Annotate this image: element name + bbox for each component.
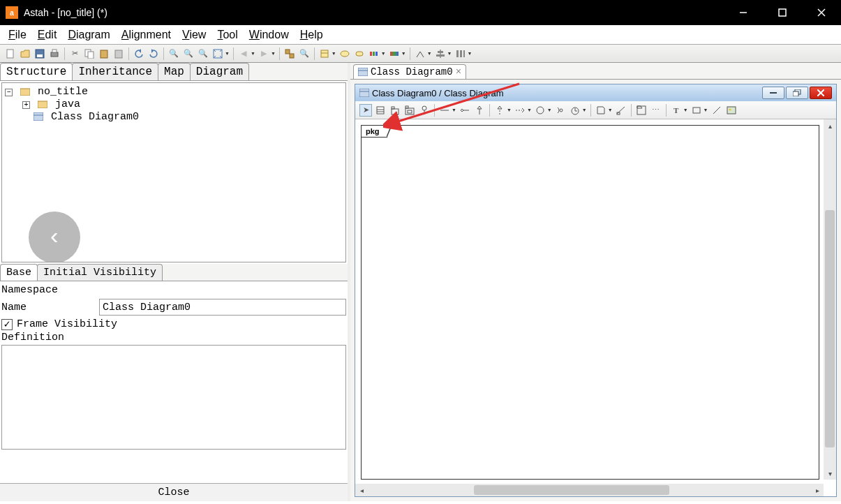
interface-tool-icon[interactable] — [418, 104, 431, 117]
tree-item[interactable]: + java — [5, 98, 343, 111]
half-circle-icon[interactable] — [554, 104, 567, 117]
scroll-down-icon[interactable]: ▾ — [824, 467, 836, 480]
menu-alignment[interactable]: Alignment — [116, 27, 177, 43]
tree-root[interactable]: − no_title — [5, 86, 343, 98]
distribute-icon[interactable] — [454, 47, 467, 60]
scroll-right-icon[interactable]: ▸ — [811, 484, 824, 496]
open-file-icon[interactable] — [19, 47, 31, 60]
copy-icon[interactable] — [83, 47, 96, 60]
connector-icon[interactable] — [414, 47, 426, 60]
package-tool-icon[interactable] — [389, 104, 401, 117]
doc-tab[interactable]: Class Diagram0 × — [353, 64, 466, 79]
association-tool-icon[interactable] — [438, 104, 451, 117]
print-icon[interactable] — [48, 47, 61, 60]
menu-help[interactable]: Help — [295, 27, 329, 43]
dropdown-icon[interactable]: ▼ — [547, 108, 552, 112]
save-icon[interactable] — [34, 47, 46, 60]
note-tool-icon[interactable] — [595, 104, 607, 117]
frame-visibility-checkbox[interactable]: ✓ — [1, 319, 13, 330]
gradient-icon[interactable] — [388, 47, 401, 60]
timer-icon[interactable] — [569, 104, 581, 117]
dots-icon[interactable]: ⋯ — [650, 104, 662, 117]
dropdown-icon[interactable]: ▼ — [401, 51, 406, 56]
new-state-icon[interactable] — [353, 47, 366, 60]
maximize-button[interactable] — [763, 0, 802, 25]
zoom-out-icon[interactable]: 🔍 — [197, 47, 209, 60]
dropdown-icon[interactable]: ▼ — [582, 108, 587, 112]
horizontal-scrollbar[interactable]: ◂ ▸ — [355, 484, 824, 496]
definition-textarea[interactable] — [1, 345, 346, 450]
undo-icon[interactable] — [133, 47, 145, 60]
nav-fwd-icon[interactable]: ▶ — [258, 47, 270, 60]
scroll-thumb[interactable] — [474, 485, 669, 495]
scroll-thumb[interactable] — [825, 210, 835, 447]
anchor-tool-icon[interactable] — [615, 104, 627, 117]
nav-back-overlay[interactable]: ‹ — [29, 212, 80, 262]
tab-initial-visibility[interactable]: Initial Visibility — [37, 264, 163, 281]
new-usecase-icon[interactable] — [338, 47, 351, 60]
nested-package-icon[interactable] — [403, 104, 416, 117]
subwin-close-button[interactable] — [810, 87, 832, 99]
menu-file[interactable]: File — [3, 27, 32, 43]
diagram-canvas[interactable]: pkg — [361, 125, 819, 480]
menu-tool[interactable]: Tool — [211, 27, 243, 43]
dropdown-icon[interactable]: ▼ — [704, 108, 708, 112]
pointer-tool-icon[interactable]: ➤ — [359, 104, 372, 117]
scroll-up-icon[interactable]: ▴ — [824, 119, 836, 132]
line-tool-icon[interactable] — [710, 104, 723, 117]
fit-icon[interactable] — [211, 47, 224, 60]
dropdown-icon[interactable]: ▼ — [381, 51, 386, 56]
tab-structure[interactable]: Structure — [0, 63, 73, 80]
new-class-diagram-icon[interactable] — [318, 47, 331, 60]
dropdown-icon[interactable]: ▼ — [527, 108, 532, 112]
realization-tool-icon[interactable] — [493, 104, 506, 117]
circle-tool-icon[interactable] — [534, 104, 546, 117]
menu-diagram[interactable]: Diagram — [62, 27, 115, 43]
dropdown-icon[interactable]: ▼ — [683, 108, 688, 112]
generalization-tool-icon[interactable] — [473, 104, 486, 117]
close-panel-button[interactable]: Close — [0, 483, 348, 501]
paste-icon[interactable] — [98, 47, 110, 60]
tab-base[interactable]: Base — [0, 264, 38, 281]
align-icon[interactable] — [434, 47, 447, 60]
close-button[interactable] — [802, 0, 841, 25]
paste-special-icon[interactable] — [112, 47, 125, 60]
menu-view[interactable]: View — [177, 27, 211, 43]
text-tool-icon[interactable]: T — [670, 104, 683, 117]
expand-icon[interactable]: + — [22, 101, 30, 109]
tab-inheritance[interactable]: Inheritance — [72, 63, 158, 80]
diagram-nav-icon[interactable] — [283, 47, 296, 60]
menu-window[interactable]: Window — [244, 27, 295, 43]
name-input[interactable] — [99, 299, 346, 316]
dropdown-icon[interactable]: ▼ — [608, 108, 613, 112]
tree-item[interactable]: Class Diagram0 — [5, 111, 343, 124]
dropdown-icon[interactable]: ▼ — [271, 51, 276, 56]
frame-tool-icon[interactable] — [635, 104, 648, 117]
tab-map[interactable]: Map — [158, 63, 191, 80]
dropdown-icon[interactable]: ▼ — [427, 51, 432, 56]
minimize-button[interactable] — [724, 0, 763, 25]
menu-edit[interactable]: Edit — [32, 27, 63, 43]
dropdown-icon[interactable]: ▼ — [507, 108, 512, 112]
dropdown-icon[interactable]: ▼ — [452, 108, 456, 112]
zoom-icon[interactable]: 🔍 — [168, 47, 180, 60]
project-tree[interactable]: − no_title + java Class Diagram0 ‹ — [1, 82, 346, 262]
search-icon[interactable]: 🔍 — [298, 47, 311, 60]
tab-diagram[interactable]: Diagram — [190, 63, 249, 80]
subwindow-titlebar[interactable]: Class Diagram0 / Class Diagram — [355, 84, 836, 101]
redo-icon[interactable] — [147, 47, 160, 60]
dropdown-icon[interactable]: ▼ — [447, 51, 452, 56]
dropdown-icon[interactable]: ▼ — [251, 51, 255, 56]
dropdown-icon[interactable]: ▼ — [332, 51, 336, 56]
aggregation-tool-icon[interactable] — [459, 104, 471, 117]
new-file-icon[interactable] — [4, 47, 17, 60]
dropdown-icon[interactable]: ▼ — [225, 51, 230, 56]
zoom-in-icon[interactable]: 🔍 — [182, 47, 195, 60]
cut-icon[interactable]: ✂ — [68, 47, 81, 60]
vertical-scrollbar[interactable]: ▴ ▾ — [824, 119, 836, 480]
subwin-restore-button[interactable] — [786, 87, 808, 99]
nav-back-icon[interactable]: ◀ — [237, 47, 250, 60]
collapse-icon[interactable]: − — [5, 89, 13, 96]
color-palette-icon[interactable] — [368, 47, 380, 60]
dropdown-icon[interactable]: ▼ — [468, 51, 472, 56]
